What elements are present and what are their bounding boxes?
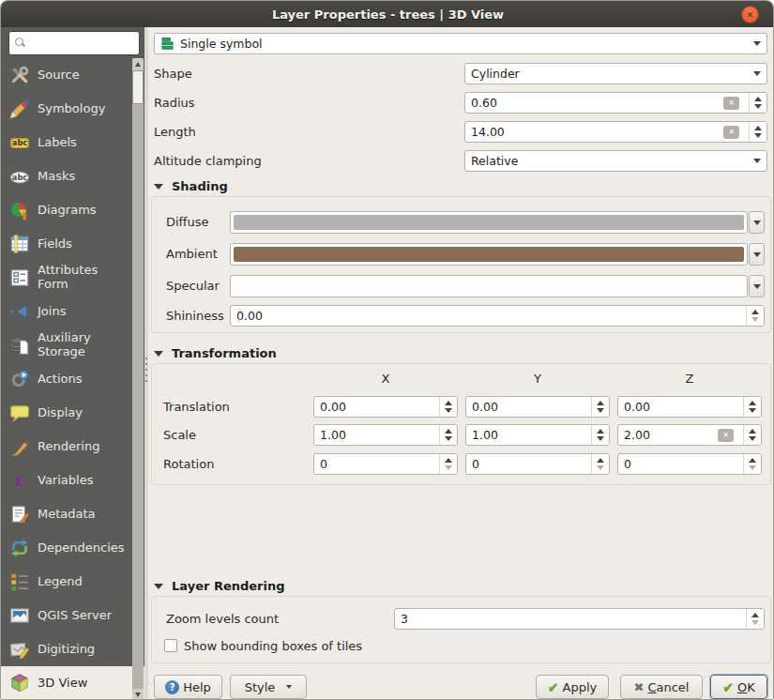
apply-button[interactable]: Apply <box>536 675 609 699</box>
cancel-button[interactable]: Cancel <box>620 675 703 699</box>
radius-label: Radius <box>154 96 195 110</box>
ok-button[interactable]: OK <box>710 675 767 699</box>
ambient-swatch <box>234 247 744 262</box>
renderer-type-select[interactable]: Single symbol <box>154 33 767 54</box>
check-icon <box>722 679 734 694</box>
sidebar-item-symbology[interactable]: Symbology <box>1 92 144 126</box>
collapse-triangle-icon <box>154 351 163 357</box>
sidebar-item-masks[interactable]: abc Masks <box>1 160 144 193</box>
scrollbar-down-icon[interactable] <box>132 689 144 700</box>
scale-label: Scale <box>163 428 196 442</box>
sidebar-item-label: Fields <box>38 237 85 251</box>
search-input[interactable] <box>8 31 140 55</box>
shininess-label: Shininess <box>166 309 224 323</box>
sidebar-item-attributes-form[interactable]: Attributes Form <box>1 261 144 295</box>
style-button[interactable]: Style <box>230 675 307 699</box>
scrollbar-thumb[interactable] <box>132 70 144 104</box>
sidebar-item-label: Source <box>38 68 93 83</box>
sidebar-item-3d-view[interactable]: 3D View <box>1 666 144 700</box>
scale-z-input[interactable]: 2.00 <box>617 424 762 446</box>
sidebar-item-fields[interactable]: Fields <box>1 227 144 261</box>
translation-x-input[interactable]: 0.00 <box>313 396 458 418</box>
spin-buttons[interactable] <box>743 397 761 417</box>
zoom-levels-label: Zoom levels count <box>166 612 279 626</box>
close-icon[interactable] <box>741 6 759 23</box>
diffuse-swatch <box>234 215 744 230</box>
sidebar-item-digitizing[interactable]: Digitizing <box>1 632 144 666</box>
sidebar-item-metadata[interactable]: Metadata <box>1 497 144 531</box>
sidebar-item-dependencies[interactable]: Dependencies <box>1 531 144 565</box>
source-icon <box>9 65 30 85</box>
column-header-x: X <box>313 372 458 386</box>
ambient-color-menu-button[interactable] <box>749 243 765 266</box>
sidebar-item-label: Labels <box>38 136 90 150</box>
spin-buttons[interactable] <box>439 454 457 474</box>
specular-color-menu-button[interactable] <box>749 275 765 297</box>
sidebar-item-rendering[interactable]: Rendering <box>1 430 144 464</box>
spin-buttons[interactable] <box>746 306 764 326</box>
sidebar-item-label: Auxiliary Storage <box>38 331 144 358</box>
radius-input[interactable]: 0.60 <box>464 92 767 114</box>
clear-icon[interactable] <box>723 97 739 110</box>
sidebar-item-qgis-server[interactable]: QGIS Server <box>1 599 144 632</box>
sidebar-item-actions[interactable]: Actions <box>1 362 144 396</box>
scale-x-input[interactable]: 1.00 <box>313 424 458 446</box>
sidebar-item-auxiliary-storage[interactable]: Auxiliary Storage <box>1 328 144 362</box>
sidebar-item-variables[interactable]: ε Variables <box>1 464 144 497</box>
layer-rendering-section-header[interactable]: Layer Rendering <box>154 579 285 593</box>
help-button[interactable]: Help <box>154 675 222 699</box>
sidebar-item-source[interactable]: Source <box>1 58 144 92</box>
sidebar-nav: Source Symbology abc Labels abc Masks Di… <box>1 58 144 700</box>
symbology-icon <box>9 99 30 119</box>
ambient-color-button[interactable] <box>230 243 748 266</box>
sidebar-item-diagrams[interactable]: Diagrams <box>1 193 144 227</box>
sidebar-item-label: Display <box>38 406 96 420</box>
clear-icon[interactable] <box>723 126 739 139</box>
spin-buttons[interactable] <box>743 454 761 474</box>
transformation-section-header[interactable]: Transformation <box>154 346 277 360</box>
spin-buttons[interactable] <box>743 425 761 445</box>
spin-buttons[interactable] <box>749 93 766 113</box>
diffuse-color-button[interactable] <box>230 211 748 234</box>
layer-properties-dialog: Layer Properties - trees | 3D View Sourc… <box>0 0 774 700</box>
spin-buttons[interactable] <box>749 122 766 142</box>
show-bounding-boxes-label: Show bounding boxes of tiles <box>184 639 362 653</box>
altitude-clamping-select[interactable]: Relative <box>464 150 767 172</box>
rotation-x-input[interactable]: 0 <box>313 453 458 475</box>
show-bounding-boxes-checkbox[interactable] <box>164 639 177 652</box>
diagrams-icon <box>9 200 30 221</box>
spin-buttons[interactable] <box>746 609 764 629</box>
rotation-label: Rotation <box>163 457 214 471</box>
diffuse-color-menu-button[interactable] <box>749 211 765 234</box>
column-header-y: Y <box>465 372 610 386</box>
sidebar-item-joins[interactable]: Joins <box>1 295 144 328</box>
sidebar-item-labels[interactable]: abc Labels <box>1 126 144 160</box>
sidebar-item-legend[interactable]: Legend <box>1 565 144 599</box>
zoom-levels-input[interactable]: 3 <box>394 608 765 630</box>
shading-section-header[interactable]: Shading <box>154 179 228 193</box>
translation-y-input[interactable]: 0.00 <box>465 396 610 418</box>
spin-buttons[interactable] <box>439 425 457 445</box>
variables-icon: ε <box>9 470 30 491</box>
sidebar-item-display[interactable]: Display <box>1 396 144 430</box>
scale-y-input[interactable]: 1.00 <box>465 424 610 446</box>
spin-buttons[interactable] <box>591 425 609 445</box>
spin-buttons[interactable] <box>591 397 609 417</box>
shininess-input[interactable]: 0.00 <box>230 305 765 327</box>
spin-buttons[interactable] <box>591 454 609 474</box>
chevron-down-icon <box>753 159 761 163</box>
column-header-z: Z <box>617 372 762 386</box>
rotation-y-input[interactable]: 0 <box>465 453 610 475</box>
display-icon <box>9 403 30 423</box>
spin-buttons[interactable] <box>439 397 457 417</box>
rotation-z-input[interactable]: 0 <box>617 453 762 475</box>
translation-z-input[interactable]: 0.00 <box>617 396 762 418</box>
chevron-down-icon <box>753 41 761 46</box>
length-input[interactable]: 14.00 <box>464 121 767 143</box>
shape-select[interactable]: Cylinder <box>464 63 767 84</box>
specular-color-button[interactable] <box>230 275 748 297</box>
svg-text:abc: abc <box>12 173 27 182</box>
sidebar-item-label: Actions <box>38 373 96 387</box>
clear-icon[interactable] <box>718 429 734 442</box>
scrollbar-up-icon[interactable] <box>132 58 144 70</box>
